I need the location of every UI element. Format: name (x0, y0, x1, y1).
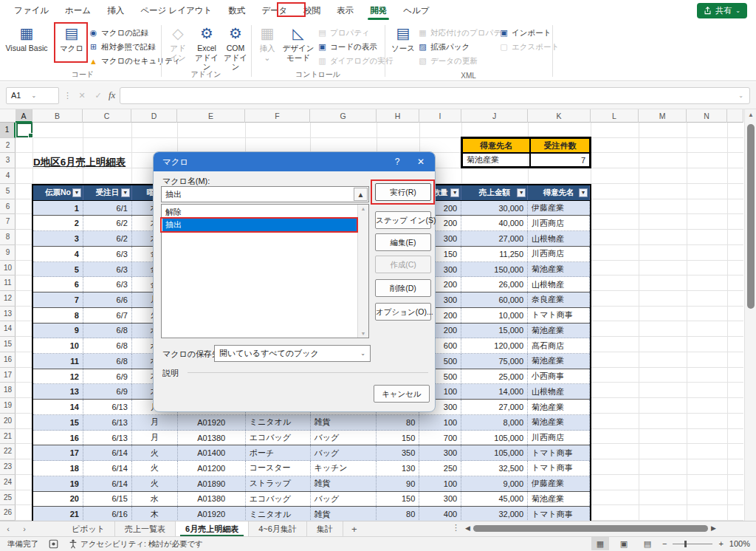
column-header-L[interactable]: L (591, 109, 639, 123)
row-header-4[interactable]: 4 (0, 168, 16, 184)
dialog-help-button[interactable]: ? (385, 152, 410, 171)
cell[interactable]: 15,000 (461, 324, 528, 338)
cell[interactable]: A01200 (178, 461, 246, 476)
column-header-E[interactable]: E (177, 109, 245, 123)
column-header-D[interactable]: D (131, 109, 177, 123)
cell[interactable]: バッグ (311, 492, 377, 507)
cell[interactable]: 700 (419, 431, 461, 445)
cell[interactable]: 奈良産業 (528, 292, 590, 307)
column-header-partial[interactable] (727, 109, 743, 123)
cell[interactable]: 150 (377, 431, 419, 445)
cell[interactable]: 菊池産業 (528, 324, 590, 338)
cell[interactable]: 6/15 (83, 492, 132, 507)
cell[interactable]: トマト商事 (528, 308, 590, 323)
cell[interactable]: 6/16 (83, 507, 132, 521)
scroll-up-icon[interactable]: ▲ (354, 188, 368, 201)
formula-input[interactable]: ⌄ (120, 87, 750, 104)
ribbon-tab-挿入[interactable]: 挿入 (99, 0, 132, 21)
cell[interactable]: 山根物産 (528, 277, 590, 292)
cell[interactable]: 300 (419, 445, 461, 460)
row-header-13[interactable]: 13 (0, 307, 16, 322)
row-header-9[interactable]: 9 (0, 245, 16, 261)
cell[interactable]: 105,000 (461, 445, 528, 460)
cell[interactable]: 3 (33, 231, 83, 246)
column-header-受注日[interactable]: 受注日▼ (83, 185, 132, 200)
sheet-tab-売上一覧表[interactable]: 売上一覧表 (115, 521, 176, 536)
row-header-15[interactable]: 15 (0, 337, 16, 352)
cell[interactable]: 32,500 (461, 461, 528, 476)
zoom-in-icon[interactable]: + (718, 539, 723, 548)
cell[interactable]: 9,000 (461, 476, 528, 491)
dialog-button-実行(R)[interactable]: 実行(R) (375, 183, 431, 201)
ribbon-button-インポート[interactable]: ▣インポート (499, 27, 551, 39)
cell[interactable]: 6/2 (83, 231, 132, 246)
cell[interactable]: 川西商店 (528, 431, 590, 445)
row-header-19[interactable]: 19 (0, 398, 16, 414)
cell[interactable]: 11,250 (461, 247, 528, 261)
cell[interactable]: 12 (33, 369, 83, 384)
cell[interactable]: 6/13 (83, 431, 132, 445)
cell[interactable]: 6 (33, 277, 83, 292)
dialog-button-オプション(O)...[interactable]: オプション(O)... (375, 303, 431, 321)
dialog-button-ステップ イン(S)[interactable]: ステップ イン(S) (375, 211, 431, 229)
column-header-F[interactable]: F (245, 109, 310, 123)
cell[interactable]: 45,000 (461, 492, 528, 507)
cell[interactable]: 6/13 (83, 415, 132, 430)
ribbon-button-Visual Basic[interactable]: ▦Visual Basic (4, 24, 49, 52)
cell[interactable]: 6/1 (83, 201, 132, 216)
ribbon-button-COMアドイン[interactable]: ⚙COMアドイン (221, 24, 250, 71)
row-header-25[interactable]: 25 (0, 490, 16, 506)
cell[interactable]: 6/9 (83, 369, 132, 384)
cell[interactable]: 8 (33, 308, 83, 323)
macro-name-input[interactable]: 抽出 ▲ (161, 186, 369, 202)
cell[interactable]: A01380 (178, 492, 246, 507)
dialog-button-削除(D)[interactable]: 削除(D) (375, 279, 431, 297)
row-header-23[interactable]: 23 (0, 459, 16, 475)
row-header-6[interactable]: 6 (0, 199, 16, 215)
cell[interactable]: 26,000 (461, 277, 528, 292)
cell[interactable]: ポーチ (246, 445, 311, 460)
filter-icon[interactable]: ▼ (72, 188, 81, 197)
cell[interactable]: 菊池産業 (528, 262, 590, 277)
macro-list[interactable]: ▲ ▼ 解除抽出 (161, 204, 369, 338)
cell[interactable]: 火 (132, 445, 178, 460)
accessibility-status[interactable]: アクセシビリティ: 検討が必要です (80, 539, 203, 550)
cell[interactable]: 14 (33, 400, 83, 414)
cell[interactable]: ミニタオル (246, 415, 311, 430)
cell[interactable]: 16 (33, 431, 83, 445)
row-header-2[interactable]: 2 (0, 138, 16, 154)
cell[interactable]: A01920 (178, 415, 246, 430)
cell[interactable]: 10 (33, 338, 83, 353)
cell[interactable]: 19 (33, 476, 83, 491)
cell[interactable]: 350 (377, 445, 419, 460)
cell[interactable]: トマト商事 (528, 461, 590, 476)
ribbon-tab-開発[interactable]: 開発 (362, 0, 395, 21)
cell[interactable]: 40,000 (461, 216, 528, 230)
cell[interactable]: A01920 (178, 507, 246, 521)
cell[interactable]: 21 (33, 507, 83, 521)
cell[interactable]: エコバッグ (246, 492, 311, 507)
row-header-16[interactable]: 16 (0, 352, 16, 368)
insert-function-icon[interactable]: fx (109, 89, 115, 101)
cell[interactable]: 10,000 (461, 308, 528, 323)
cell[interactable]: 月 (132, 415, 178, 430)
cell[interactable]: A01380 (178, 431, 246, 445)
ribbon-button-拡張パック[interactable]: ▨拡張パック (418, 41, 470, 53)
filter-icon[interactable]: ▼ (450, 188, 459, 197)
scroll-up-icon[interactable]: ▲ (358, 206, 368, 211)
cell[interactable]: 7 (33, 292, 83, 307)
ribbon-button-ソース[interactable]: ▤ソース (388, 24, 419, 52)
column-header-G[interactable]: G (310, 109, 377, 123)
cell[interactable]: 6/14 (83, 476, 132, 491)
vertical-scroll-thumb[interactable] (747, 124, 755, 309)
column-header-J[interactable]: J (461, 109, 528, 123)
row-header-26[interactable]: 26 (0, 505, 16, 521)
filter-icon[interactable]: ▼ (517, 188, 526, 197)
cell[interactable]: 伊藤産業 (528, 201, 590, 216)
cell[interactable]: 菊池産業 (528, 415, 590, 430)
cell[interactable]: 6/3 (83, 277, 132, 292)
ribbon-tab-ファイル[interactable]: ファイル (6, 0, 57, 21)
row-header-20[interactable]: 20 (0, 414, 16, 429)
vertical-scrollbar[interactable]: ▲ (744, 109, 756, 521)
scroll-down-icon[interactable]: ▼ (358, 331, 368, 336)
